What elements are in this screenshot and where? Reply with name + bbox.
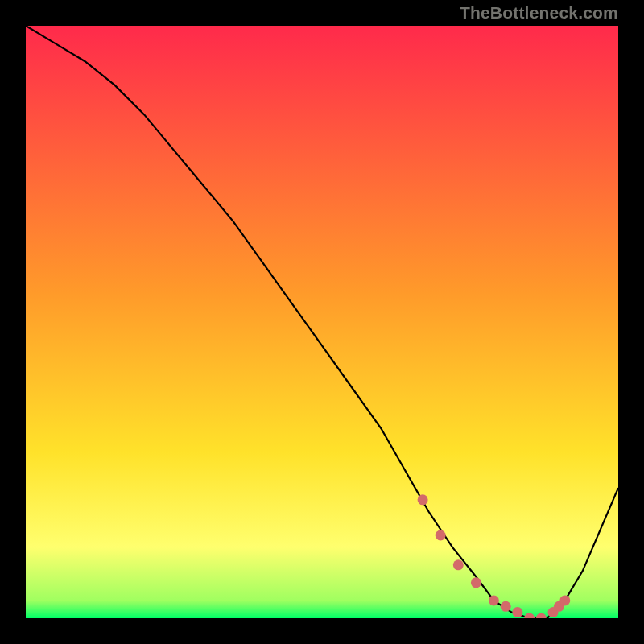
highlight-dot bbox=[512, 607, 522, 617]
watermark-text: TheBottleneck.com bbox=[460, 3, 618, 23]
chart-svg bbox=[26, 26, 618, 618]
gradient-bg bbox=[26, 26, 618, 618]
highlight-dot bbox=[501, 601, 511, 612]
highlight-dot bbox=[471, 577, 481, 588]
highlight-dot bbox=[559, 595, 570, 605]
chart-frame: TheBottleneck.com bbox=[0, 0, 644, 644]
plot-area bbox=[26, 26, 618, 618]
highlight-dot bbox=[418, 494, 428, 505]
highlight-dot bbox=[436, 530, 446, 541]
highlight-dot bbox=[489, 595, 499, 605]
highlight-dot bbox=[453, 559, 464, 570]
